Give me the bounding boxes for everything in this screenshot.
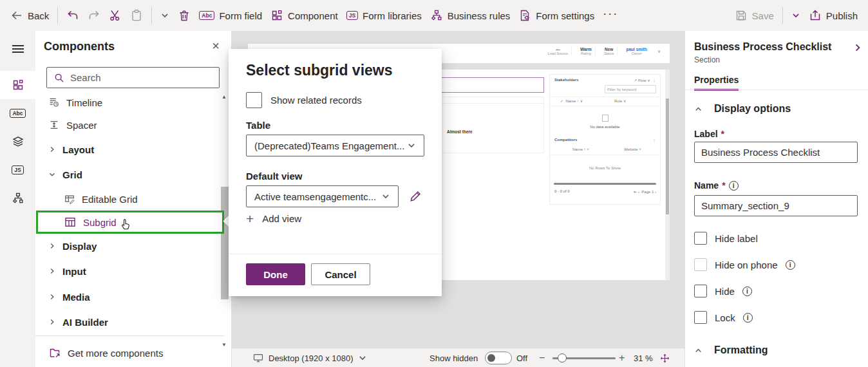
stakeholders-col-role[interactable]: Role ∨ [614,99,626,103]
competitors-menu[interactable]: ⋮ [652,138,656,142]
save-button[interactable]: Save [735,9,774,22]
lock-checkbox-row[interactable]: Lock i [694,311,753,324]
checkbox-label: Hide label [715,233,758,244]
stakeholders-col-name[interactable]: ✓ Name ↑ ∨ [560,99,583,103]
checkbox[interactable] [694,285,707,297]
preview-field: Warm Rating [577,47,596,55]
checkbox[interactable] [694,311,707,324]
rail-tree-view-tab[interactable] [0,127,35,156]
horizontal-scrollbar[interactable] [554,183,656,185]
competitors-col-website[interactable]: Website ˅ [624,147,641,151]
search-input[interactable] [70,72,199,83]
show-hidden-toggle[interactable]: Off [485,348,527,367]
cancel-button[interactable]: Cancel [311,263,370,285]
js-icon: JS [346,11,358,20]
add-view-button[interactable]: + Add view [246,212,301,225]
checkbox[interactable] [694,232,707,245]
checkbox[interactable] [246,92,262,108]
form-settings-button[interactable]: Form settings [518,9,594,22]
canvas-scrollbar[interactable] [665,70,670,280]
device-selector[interactable]: Desktop (1920 x 1080) [252,348,367,367]
filter-keyword-input[interactable]: Filter by keyword [605,85,656,93]
zoom-slider[interactable] [552,357,616,359]
checkbox-disabled[interactable] [694,258,707,271]
divider [550,155,660,155]
stakeholders-commands[interactable]: ↗ Flow ∨ ⋮ [634,78,656,82]
rail-form-fields-tab[interactable]: Abc [0,99,35,127]
hide-label-checkbox-row[interactable]: Hide label [694,232,758,245]
more-commands-button[interactable]: ··· [603,7,618,24]
component-group-label: Input [62,266,86,277]
collapse-panel-icon[interactable] [853,42,863,53]
publish-button[interactable]: Publish [809,9,858,22]
competitors-col-name[interactable]: Name ↑ ˅ [572,147,589,151]
form-field-button[interactable]: Abc Form field [199,10,262,21]
rail-components-tab[interactable] [0,71,35,99]
component-item-subgrid-selected[interactable]: Subgrid [36,211,224,234]
component-button[interactable]: Component [270,9,338,22]
business-rules-button[interactable]: Business rules [430,9,511,22]
fit-to-screen-button[interactable] [659,348,670,367]
zoom-in-button[interactable]: + [619,348,625,367]
back-button[interactable]: Back [10,9,49,22]
component-group-layout[interactable]: Layout [35,141,222,158]
field-value[interactable]: paul smith [626,47,647,52]
paste-icon[interactable] [130,9,143,22]
component-item-timeline[interactable]: Timeline [35,94,222,111]
scrollbar-thumb[interactable] [666,99,669,214]
get-more-components-button[interactable]: Get more components [48,346,163,359]
component-group-input[interactable]: Input [35,263,222,279]
info-icon[interactable]: i [743,313,753,323]
preview-selected-field[interactable] [439,77,544,93]
hide-checkbox-row[interactable]: Hide i [694,285,752,297]
top-toolbar: Back Abc Form field Component JS Form li… [0,0,868,31]
edit-view-pencil-icon[interactable] [409,189,422,203]
no-data-text: No data available [590,125,619,129]
form-libraries-button[interactable]: JS Form libraries [346,10,422,21]
component-group-ai-builder[interactable]: AI Builder [35,314,222,330]
scroll-up-icon[interactable]: ▲ [222,94,227,100]
zoom-out-button[interactable]: − [539,348,545,367]
rail-form-libraries-tab[interactable]: JS [0,156,35,184]
toolbar-right-group: Save Publish [735,7,858,24]
tab-properties[interactable]: Properties [694,75,739,91]
scrollbar-thumb[interactable] [221,187,229,299]
zoom-slider-knob[interactable] [558,353,567,362]
save-split-chevron-icon[interactable] [791,11,800,20]
redo-icon[interactable] [88,9,100,22]
component-group-grid[interactable]: Grid [35,166,222,183]
cut-icon[interactable] [109,9,122,22]
display-options-section-header[interactable]: Display options [694,103,791,115]
delete-icon[interactable] [178,9,191,22]
save-icon [735,9,748,22]
chevron-down-icon[interactable]: ∨ [657,49,661,54]
close-icon[interactable]: × [212,39,220,53]
show-related-records-row[interactable]: Show related records [246,92,362,108]
done-button[interactable]: Done [246,263,305,285]
component-item-editable-grid[interactable]: Editable Grid [35,191,222,207]
components-search-box[interactable] [46,67,220,88]
toggle-switch[interactable] [485,352,512,364]
formatting-section-header[interactable]: Formatting [694,344,768,356]
default-view-dropdown[interactable]: Active teamsengagementc... [246,185,399,207]
rail-business-rules-tab[interactable] [0,184,35,212]
scroll-down-icon[interactable]: ▼ [222,342,227,348]
table-dropdown[interactable]: (Deprecated)Teams Engagement... [246,135,424,156]
label-input[interactable] [694,142,858,163]
hide-on-phone-checkbox-row[interactable]: Hide on phone i [694,258,795,271]
component-group-media[interactable]: Media [35,288,222,305]
undo-icon[interactable] [66,9,79,22]
clipboard-chevron-icon[interactable] [160,11,169,20]
table-label: Table [246,120,270,131]
info-icon[interactable]: i [786,260,795,270]
menu-toggle-button[interactable] [0,35,35,63]
info-icon[interactable]: i [729,181,739,191]
name-input[interactable] [694,195,858,216]
flow-button[interactable]: Flow [638,79,646,82]
field-value: Warm [580,47,592,52]
component-group-display[interactable]: Display [35,238,222,254]
component-item-spacer[interactable]: Spacer [35,117,222,133]
selected-element-title: Business Process Checklist [694,41,842,53]
pagination-controls[interactable]: ⇤ ‹ Page 1 › [634,189,656,194]
info-icon[interactable]: i [742,287,752,296]
